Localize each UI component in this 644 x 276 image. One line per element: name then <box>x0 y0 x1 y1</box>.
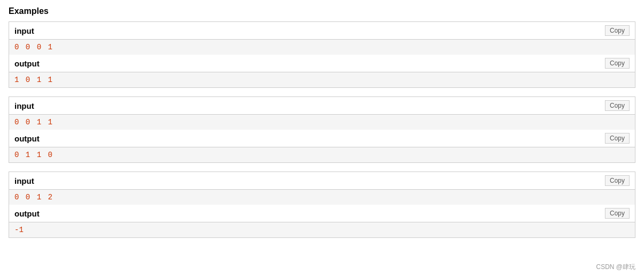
input-label-1: input <box>14 26 34 35</box>
output-value-1: 1 0 1 1 <box>9 72 635 87</box>
code-char: 1 <box>48 43 52 51</box>
output-value-2: 0 1 1 0 <box>9 147 635 162</box>
example-block-3: inputCopy0 0 1 2outputCopy-1 <box>9 171 635 238</box>
code-char: 2 <box>48 193 52 202</box>
code-char: 0 <box>48 151 52 159</box>
input-label-2: input <box>14 101 34 110</box>
output-copy-button-2[interactable]: Copy <box>605 133 630 144</box>
input-value-3: 0 0 1 2 <box>9 190 635 205</box>
input-header-3: inputCopy <box>9 172 635 190</box>
code-char: 0 <box>26 193 35 202</box>
code-char: 1 <box>48 118 52 126</box>
code-char: 0 <box>37 43 46 51</box>
output-copy-button-1[interactable]: Copy <box>605 58 630 69</box>
input-header-2: inputCopy <box>9 97 635 115</box>
example-block-1: inputCopy0 0 0 1outputCopy1 0 1 1 <box>9 21 635 88</box>
output-label-1: output <box>14 59 40 68</box>
output-header-3: outputCopy <box>9 205 635 222</box>
output-label-3: output <box>14 209 40 218</box>
input-value-2: 0 0 1 1 <box>9 115 635 130</box>
watermark: CSDN @肆玩 <box>596 263 635 272</box>
output-copy-button-3[interactable]: Copy <box>605 208 630 219</box>
output-header-1: outputCopy <box>9 55 635 72</box>
output-label-2: output <box>14 134 40 143</box>
code-char: 0 <box>26 118 35 126</box>
input-value-1: 0 0 0 1 <box>9 40 635 55</box>
code-char: 0 <box>14 43 24 51</box>
input-copy-button-1[interactable]: Copy <box>605 25 630 36</box>
code-char: 1 <box>26 151 35 159</box>
code-char: 1 <box>37 76 46 84</box>
page-title: Examples <box>9 6 635 16</box>
input-copy-button-3[interactable]: Copy <box>605 175 630 186</box>
code-char: 0 <box>14 151 24 159</box>
code-char: 1 <box>37 151 46 159</box>
output-header-2: outputCopy <box>9 130 635 147</box>
example-block-2: inputCopy0 0 1 1outputCopy0 1 1 0 <box>9 96 635 163</box>
input-label-3: input <box>14 176 34 185</box>
output-value-3: -1 <box>9 222 635 237</box>
code-char: 1 <box>48 76 52 84</box>
code-char: 0 <box>26 43 35 51</box>
code-char: -1 <box>14 226 24 234</box>
code-char: 1 <box>37 193 46 202</box>
code-char: 0 <box>14 118 24 126</box>
input-copy-button-2[interactable]: Copy <box>605 100 630 111</box>
code-char: 0 <box>14 193 24 202</box>
code-char: 1 <box>37 118 46 126</box>
code-char: 1 <box>14 76 24 84</box>
code-char: 0 <box>26 76 35 84</box>
input-header-1: inputCopy <box>9 22 635 40</box>
